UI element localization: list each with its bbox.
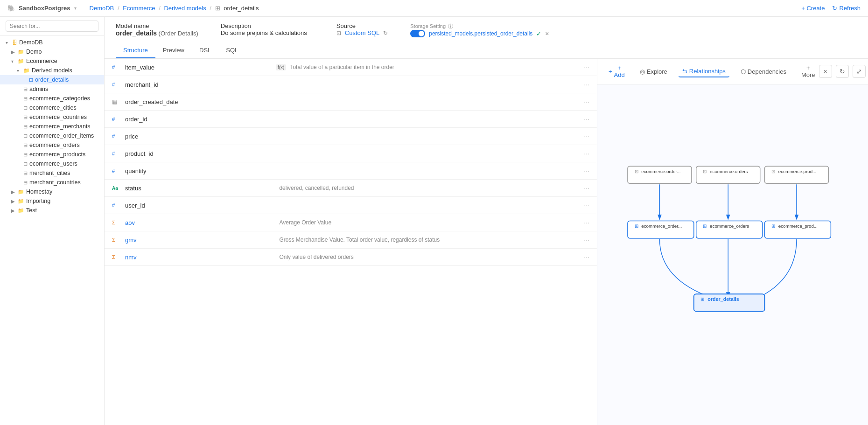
tab-dsl[interactable]: DSL [192, 43, 218, 58]
diagram-expand-button[interactable]: ⤢ [853, 65, 866, 78]
sidebar-item-demodb[interactable]: ▾ 🗄 DemoDB [0, 38, 104, 47]
model-name: order_details [116, 29, 157, 37]
sidebar-item-ecom-orders[interactable]: ⊟ ecommerce_orders [0, 140, 104, 150]
sidebar-item-ecom-products[interactable]: ⊟ ecommerce_products [0, 150, 104, 159]
bc-demodb[interactable]: DemoDB [90, 5, 114, 12]
sidebar-item-merchant-cities[interactable]: ⊟ merchant_cities [0, 168, 104, 178]
table-icon: ⊟ [23, 96, 28, 102]
node-current-label: order_details [707, 296, 739, 302]
field-name: price [125, 133, 275, 140]
row-menu-button[interactable]: ··· [584, 81, 589, 88]
table-icon: ⊟ [23, 86, 28, 92]
field-name: status [125, 185, 275, 192]
node-n5-label: ecommerce_orders [710, 223, 749, 229]
sidebar-item-order-details[interactable]: ⊞ order_details [0, 75, 104, 84]
row-menu-button[interactable]: ··· [584, 219, 589, 226]
sidebar-item-derived-models[interactable]: ▾ 📁 Derived models [0, 66, 104, 75]
storage-link[interactable]: persisted_models.persisted_order_details [429, 30, 532, 37]
add-button[interactable]: + + Add [605, 63, 629, 80]
row-menu-button[interactable]: ··· [584, 236, 589, 244]
type-icon-numeric: # [112, 202, 121, 208]
type-icon-numeric: # [112, 133, 121, 139]
field-desc: Gross Merchandise Value. Total order val… [279, 237, 580, 243]
diagram-close-button[interactable]: × [819, 65, 832, 78]
bc-derived[interactable]: Derived models [164, 5, 206, 12]
sidebar-item-ecom-order-items[interactable]: ⊟ ecommerce_order_items [0, 131, 104, 140]
model-header: Model name order_details (Order Details)… [105, 17, 868, 59]
dependencies-button[interactable]: ⬡ Dependencies [737, 66, 790, 77]
edge-n6-current [751, 239, 797, 301]
sidebar-item-ecom-cat[interactable]: ⊟ ecommerce_categories [0, 94, 104, 103]
type-icon-numeric: # [112, 151, 121, 156]
storage-toggle[interactable] [410, 30, 425, 37]
tab-preview[interactable]: Preview [155, 43, 192, 58]
row-menu-button[interactable]: ··· [584, 63, 589, 71]
sidebar-item-merchant-countries[interactable]: ⊟ merchant_countries [0, 178, 104, 187]
diagram-toolbar: + + Add ◎ Explore ⇆ Relationships ⬡ [597, 59, 868, 84]
node-n4-label: ecommerce_order... [641, 223, 682, 229]
folder-icon: 📁 [18, 49, 24, 55]
more-button[interactable]: + More [798, 63, 819, 80]
field-name: order_id [125, 116, 275, 123]
bc-ecommerce[interactable]: Ecommerce [123, 5, 155, 12]
node-n6-label: ecommerce_prod... [778, 223, 818, 229]
create-button[interactable]: + Create [801, 5, 825, 12]
sidebar-item-ecom-cities[interactable]: ⊟ ecommerce_cities [0, 103, 104, 112]
sidebar-item-ecom-countries[interactable]: ⊟ ecommerce_countries [0, 112, 104, 122]
field-name: aov [125, 219, 275, 226]
explore-button[interactable]: ◎ Explore [636, 66, 671, 77]
info-icon: ⓘ [448, 23, 453, 29]
sidebar-item-demo[interactable]: ▶ 📁 Demo [0, 47, 104, 56]
relationships-svg: ⊡ ecommerce.order... ⊡ ecommerce.orders … [605, 92, 861, 418]
table-icon: ⊟ [23, 114, 28, 120]
expand-arrow: ▶ [11, 208, 18, 213]
sidebar-search-container [0, 17, 104, 36]
sidebar-item-ecom-users[interactable]: ⊟ ecommerce_users [0, 159, 104, 168]
relationships-icon: ⇆ [682, 68, 687, 75]
row-menu-button[interactable]: ··· [584, 115, 589, 123]
field-desc: Total value of a particular item in the … [290, 64, 580, 70]
row-menu-button[interactable]: ··· [584, 167, 589, 174]
tab-structure[interactable]: Structure [116, 43, 155, 58]
row-menu-button[interactable]: ··· [584, 98, 589, 105]
diagram-refresh-button[interactable]: ↻ [836, 65, 849, 78]
row-menu-button[interactable]: ··· [584, 132, 589, 140]
sidebar-item-admins[interactable]: ⊟ admins [0, 84, 104, 94]
sidebar-item-ecom-merchants[interactable]: ⊟ ecommerce_merchants [0, 122, 104, 131]
row-menu-button[interactable]: ··· [584, 184, 589, 192]
table-row: Σ aov Average Order Value ··· [105, 214, 597, 231]
table-row: Σ gmv Gross Merchandise Value. Total ord… [105, 231, 597, 249]
type-icon-numeric: # [112, 116, 121, 122]
field-name: merchant_id [125, 81, 275, 88]
storage-close-button[interactable]: × [545, 30, 549, 37]
field-name: quantity [125, 167, 275, 174]
node-n2-icon: ⊡ [703, 169, 707, 174]
tab-sql[interactable]: SQL [218, 43, 245, 58]
refresh-button[interactable]: ↻ Refresh [832, 5, 861, 12]
sidebar-item-importing[interactable]: ▶ 📁 Importing [0, 196, 104, 206]
sidebar-item-homestay[interactable]: ▶ 📁 Homestay [0, 187, 104, 196]
row-menu-button[interactable]: ··· [584, 150, 589, 157]
refresh-source-icon[interactable]: ↻ [383, 30, 388, 36]
sidebar-item-test[interactable]: ▶ 📁 Test [0, 206, 104, 215]
type-icon-text: Aa [112, 186, 121, 191]
row-menu-button[interactable]: ··· [584, 253, 589, 261]
expand-arrow: ▶ [11, 189, 18, 195]
source-link[interactable]: Custom SQL [345, 29, 379, 36]
table-row: # price ··· [105, 128, 597, 145]
content-area: Model name order_details (Order Details)… [105, 17, 868, 425]
diagram-area: + + Add ◎ Explore ⇆ Relationships ⬡ [597, 59, 868, 425]
table-row: # item_value f(x) Total value of a parti… [105, 59, 597, 76]
db-folder-icon: 🗄 [12, 40, 17, 45]
table-row: Aa status delivered, cancelled, refunded… [105, 180, 597, 197]
field-name: nmv [125, 254, 275, 261]
search-input[interactable] [6, 21, 98, 32]
model-name-group: Model name order_details (Order Details) [116, 22, 198, 37]
sidebar-item-ecommerce[interactable]: ▾ 📁 Ecommerce [0, 56, 104, 66]
row-menu-button[interactable]: ··· [584, 202, 589, 209]
expand-arrow: ▶ [11, 49, 18, 55]
table-row: ▦ order_created_date ··· [105, 93, 597, 111]
node-n3-icon: ⊡ [771, 169, 775, 174]
main-layout: ▾ 🗄 DemoDB ▶ 📁 Demo ▾ 📁 Ecommerce ▾ 📁 De… [0, 17, 868, 425]
relationships-button[interactable]: ⇆ Relationships [679, 66, 729, 77]
